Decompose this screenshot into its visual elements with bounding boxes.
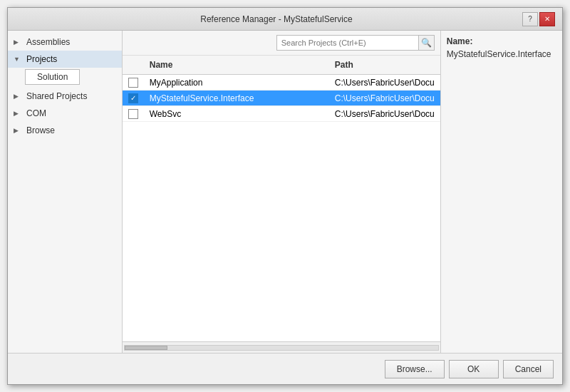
table-row[interactable]: ✓ MyStatefulService.Interface C:\Users\F… [123, 91, 440, 106]
horizontal-scrollbar[interactable] [123, 341, 440, 353]
row-2-checkbox[interactable]: ✓ [128, 93, 138, 103]
sidebar: ▶ Assemblies ▼ Projects Solution ▶ Share… [8, 31, 123, 353]
row-3-name: WebSvc [144, 107, 329, 121]
browse-button[interactable]: Browse... [385, 360, 445, 378]
details-name-label: Name: [447, 36, 556, 46]
col-header-name: Name [144, 58, 329, 71]
row-2-check-cell: ✓ [123, 93, 144, 103]
title-bar-buttons: ? ✕ [522, 12, 555, 26]
arrow-icon-browse: ▶ [14, 127, 22, 134]
title-bar: Reference Manager - MyStatefulService ? … [8, 8, 562, 31]
sidebar-sub-item-solution[interactable]: Solution [25, 69, 80, 85]
col-header-path: Path [329, 58, 440, 71]
row-3-path: C:\Users\FabricUser\Docu [329, 107, 440, 121]
sidebar-label-browse: Browse [26, 125, 55, 135]
row-1-checkbox[interactable] [128, 78, 138, 88]
ok-button[interactable]: OK [449, 360, 499, 378]
row-2-name: MyStatefulService.Interface [144, 91, 329, 105]
sidebar-label-projects: Projects [26, 54, 57, 64]
sidebar-item-shared-projects[interactable]: ▶ Shared Projects [8, 88, 122, 105]
details-name-value: MyStatefulService.Interface [447, 49, 556, 59]
table-header: Name Path [123, 56, 440, 75]
col-header-check [123, 58, 144, 71]
close-button[interactable]: ✕ [539, 12, 555, 26]
reference-manager-dialog: Reference Manager - MyStatefulService ? … [7, 7, 563, 385]
bottom-bar: Browse... OK Cancel [8, 353, 562, 384]
sidebar-item-projects[interactable]: ▼ Projects [8, 51, 122, 68]
row-1-name: MyApplication [144, 76, 329, 90]
sidebar-label-assemblies: Assemblies [26, 37, 70, 47]
arrow-icon-projects: ▼ [14, 56, 22, 63]
help-button[interactable]: ? [522, 12, 538, 26]
details-panel: Name: MyStatefulService.Interface [440, 31, 562, 353]
search-bar: 🔍 [123, 31, 440, 56]
reference-table: Name Path MyApplication C:\Users\FabricU… [123, 56, 440, 341]
scrollbar-thumb[interactable] [125, 346, 167, 350]
sub-item-solution-label: Solution [37, 72, 68, 82]
row-2-path: C:\Users\FabricUser\Docu [329, 91, 440, 105]
table-row[interactable]: MyApplication C:\Users\FabricUser\Docu [123, 75, 440, 91]
dialog-title: Reference Manager - MyStatefulService [31, 14, 522, 24]
arrow-icon-shared: ▶ [14, 93, 22, 100]
row-3-check-cell [123, 109, 144, 119]
sidebar-item-browse[interactable]: ▶ Browse [8, 122, 122, 139]
row-1-check-cell [123, 78, 144, 88]
sidebar-label-shared-projects: Shared Projects [26, 91, 87, 101]
arrow-icon: ▶ [14, 38, 22, 46]
main-content: 🔍 Name Path MyApplication C:\Users\Fabri… [123, 31, 440, 353]
search-input[interactable] [276, 35, 419, 51]
scrollbar-track[interactable] [124, 345, 439, 351]
row-1-path: C:\Users\FabricUser\Docu [329, 76, 440, 90]
row-3-checkbox[interactable] [128, 109, 138, 119]
sidebar-label-com: COM [26, 108, 46, 118]
sidebar-item-com[interactable]: ▶ COM [8, 105, 122, 122]
cancel-button[interactable]: Cancel [503, 360, 554, 378]
dialog-content: ▶ Assemblies ▼ Projects Solution ▶ Share… [8, 31, 562, 353]
sidebar-item-assemblies[interactable]: ▶ Assemblies [8, 33, 122, 51]
arrow-icon-com: ▶ [14, 110, 22, 117]
table-row[interactable]: WebSvc C:\Users\FabricUser\Docu [123, 106, 440, 122]
table-empty-space [123, 122, 440, 341]
search-icon-button[interactable]: 🔍 [419, 35, 435, 51]
